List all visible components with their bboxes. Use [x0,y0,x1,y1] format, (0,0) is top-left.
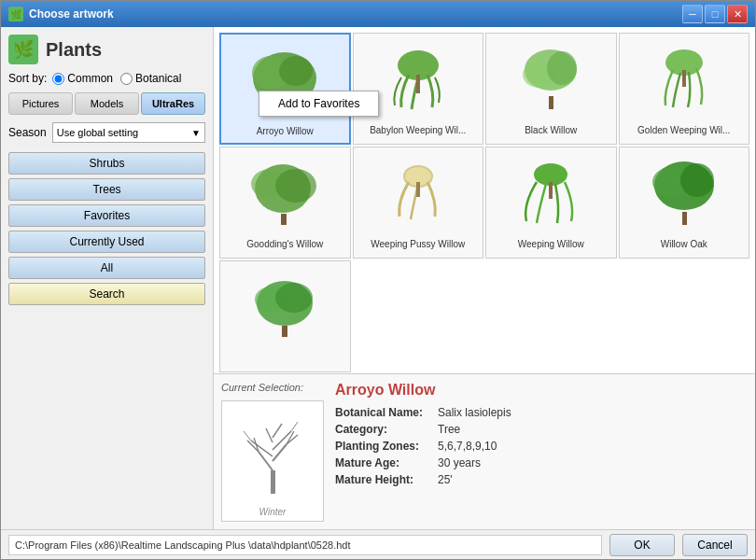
willow-oak-image [647,156,721,231]
radio-botanical[interactable]: Botanical [120,72,181,85]
current-selection-label: Current Selection: [221,382,324,393]
plant-cell-weeping-pussy-willow[interactable]: Weeping Pussy Willow [353,147,484,259]
add-to-favorites-menuitem[interactable]: Add to Favorites [259,93,378,114]
radio-common-label: Common [67,72,113,85]
golden-weeping-image [647,42,721,117]
cancel-button[interactable]: Cancel [682,534,748,556]
plant-thumbnail [357,151,480,235]
svg-line-32 [251,441,273,456]
file-path-display: C:\Program Files (x86)\Realtime Landscap… [8,535,602,555]
season-value: Use global setting [57,127,138,138]
botanical-val: Salix lasiolepis [438,406,511,419]
svg-rect-9 [549,96,553,109]
detail-thumbnail: Winter [221,400,324,522]
tab-pictures[interactable]: Pictures [8,92,73,115]
shrubs-button[interactable]: Shrubs [8,152,205,175]
search-button[interactable]: Search [8,283,205,305]
detail-table: Botanical Name: Salix lasiolepis Categor… [335,406,748,486]
plant-cell-willow-oak[interactable]: Willow Oak [619,147,750,259]
svg-rect-28 [282,326,287,337]
plant-cell-gooddings-willow[interactable]: Goodding's Willow [219,147,351,259]
radio-botanical-input[interactable] [120,73,133,85]
favorites-button[interactable]: Favorites [8,204,205,227]
detail-row-botanical: Botanical Name: Salix lasiolepis [335,406,748,419]
plant-name-weeping-pussy-willow: Weeping Pussy Willow [371,239,465,250]
bottom-bar: C:\Program Files (x86)\Realtime Landscap… [1,529,755,559]
zones-val: 5,6,7,8,9,10 [438,440,497,453]
plant-name-arroyo-willow: Arroyo Willow [257,126,314,137]
currently-used-button[interactable]: Currently Used [8,231,205,253]
plant-name-golden-weeping: Golden Weeping Wil... [637,125,730,136]
all-button[interactable]: All [8,257,205,279]
ok-button[interactable]: OK [609,534,675,556]
babylon-weeping-image [381,42,455,117]
app-icon: 🌿 [8,7,23,21]
height-key: Mature Height: [335,473,438,486]
plant-name-black-willow: Black Willow [525,125,577,136]
tab-ultrares[interactable]: UltraRes [141,92,205,115]
svg-point-23 [680,163,714,197]
plant-thumbnail [490,151,612,235]
svg-rect-24 [682,212,687,225]
plant-thumbnail [224,151,346,235]
detail-plant-title: Arroyo Willow [335,382,748,399]
plant-thumbnail [224,265,346,349]
detail-row-zones: Planting Zones: 5,6,7,8,9,10 [335,440,748,453]
age-key: Mature Age: [335,456,438,469]
plants-header: 🌿 Plants [8,35,205,64]
radio-botanical-label: Botanical [135,72,181,85]
plants-title: Plants [46,39,102,61]
plant-grid-area[interactable]: Arroyo Willow Add to Favorites [214,27,755,373]
right-panel: Arroyo Willow Add to Favorites [214,27,755,529]
season-label: Season [8,126,47,139]
svg-line-39 [291,422,298,431]
extra-plant-image [247,270,322,344]
plant-cell-extra[interactable] [219,260,351,372]
svg-rect-20 [549,182,553,199]
svg-line-41 [273,424,282,438]
plant-cell-arroyo-willow[interactable]: Arroyo Willow Add to Favorites [219,33,351,145]
radio-common-input[interactable] [52,73,64,85]
plant-grid: Arroyo Willow Add to Favorites [217,31,751,373]
detail-row-height: Mature Height: 25' [335,473,748,486]
content-area: 🌿 Plants Sort by: Common Botanical [1,27,755,529]
svg-rect-15 [281,214,287,225]
winter-season-label: Winter [259,507,287,517]
svg-rect-18 [416,182,420,197]
svg-point-2 [279,56,313,86]
height-val: 25' [438,473,453,486]
plant-thumbnail [623,37,746,121]
plant-name-willow-oak: Willow Oak [661,239,707,250]
plant-cell-babylon-weeping[interactable]: Babylon Weeping Wil... [353,33,484,145]
detail-row-age: Mature Age: 30 years [335,456,748,469]
trees-button[interactable]: Trees [8,178,205,201]
svg-point-14 [275,169,316,203]
detail-row-category: Category: Tree [335,423,748,436]
svg-line-40 [266,428,273,442]
minimize-button[interactable]: ─ [682,5,703,23]
sort-row: Sort by: Common Botanical [8,72,205,85]
detail-info: Arroyo Willow Botanical Name: Salix lasi… [335,382,748,522]
close-button[interactable]: ✕ [727,5,748,23]
chevron-down-icon: ▼ [191,128,201,138]
radio-common[interactable]: Common [52,72,113,85]
main-window: 🌿 Choose artwork ─ □ ✕ 🌿 Plants Sort by:… [0,0,756,560]
plant-cell-golden-weeping[interactable]: Golden Weeping Wil... [619,33,750,145]
svg-line-38 [244,431,251,441]
svg-rect-11 [682,70,686,87]
plant-cell-black-willow[interactable]: Black Willow [485,33,617,145]
winter-tree-image [231,405,315,498]
tab-models[interactable]: Models [75,92,139,115]
window-title: Choose artwork [29,7,682,21]
season-select[interactable]: Use global setting ▼ [52,122,205,143]
tab-row: Pictures Models UltraRes [8,92,205,115]
svg-rect-5 [416,75,420,93]
maximize-button[interactable]: □ [705,5,725,23]
plant-name-babylon-weeping: Babylon Weeping Wil... [370,125,466,136]
plant-cell-weeping-willow[interactable]: Weeping Willow [485,147,617,259]
zones-key: Planting Zones: [335,440,438,453]
season-row: Season Use global setting ▼ [8,122,205,143]
radio-group: Common Botanical [52,72,181,85]
svg-line-36 [287,435,298,444]
svg-line-37 [287,431,294,444]
